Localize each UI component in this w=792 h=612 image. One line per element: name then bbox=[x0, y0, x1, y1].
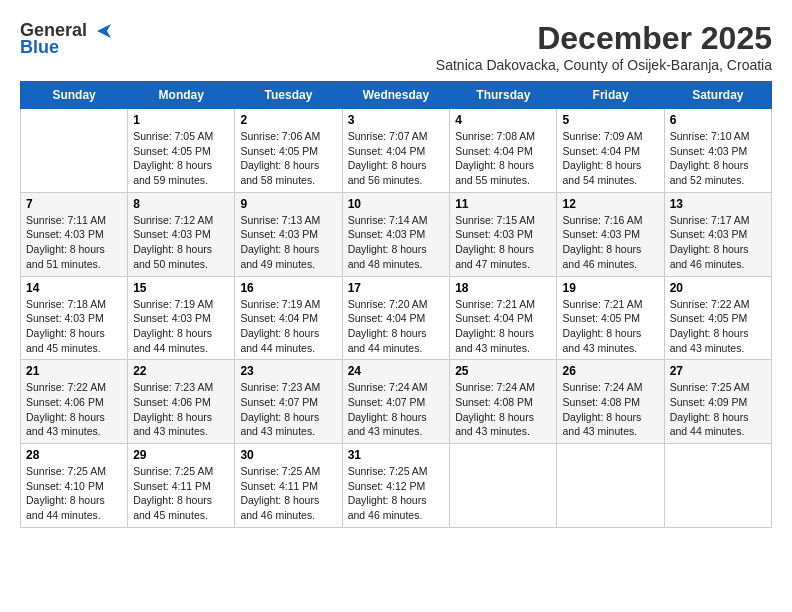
table-row: 16Sunrise: 7:19 AM Sunset: 4:04 PM Dayli… bbox=[235, 276, 342, 360]
table-row: 24Sunrise: 7:24 AM Sunset: 4:07 PM Dayli… bbox=[342, 360, 450, 444]
table-row: 28Sunrise: 7:25 AM Sunset: 4:10 PM Dayli… bbox=[21, 444, 128, 528]
day-number: 5 bbox=[562, 113, 658, 127]
table-row: 20Sunrise: 7:22 AM Sunset: 4:05 PM Dayli… bbox=[664, 276, 771, 360]
day-info: Sunrise: 7:23 AM Sunset: 4:07 PM Dayligh… bbox=[240, 380, 336, 439]
table-row: 26Sunrise: 7:24 AM Sunset: 4:08 PM Dayli… bbox=[557, 360, 664, 444]
day-info: Sunrise: 7:22 AM Sunset: 4:06 PM Dayligh… bbox=[26, 380, 122, 439]
table-row: 14Sunrise: 7:18 AM Sunset: 4:03 PM Dayli… bbox=[21, 276, 128, 360]
col-tuesday: Tuesday bbox=[235, 82, 342, 109]
subtitle: Satnica Dakovacka, County of Osijek-Bara… bbox=[436, 57, 772, 73]
table-row bbox=[557, 444, 664, 528]
day-number: 30 bbox=[240, 448, 336, 462]
day-number: 14 bbox=[26, 281, 122, 295]
day-number: 29 bbox=[133, 448, 229, 462]
calendar-week-row: 28Sunrise: 7:25 AM Sunset: 4:10 PM Dayli… bbox=[21, 444, 772, 528]
day-info: Sunrise: 7:07 AM Sunset: 4:04 PM Dayligh… bbox=[348, 129, 445, 188]
table-row: 7Sunrise: 7:11 AM Sunset: 4:03 PM Daylig… bbox=[21, 192, 128, 276]
day-number: 27 bbox=[670, 364, 766, 378]
day-info: Sunrise: 7:21 AM Sunset: 4:04 PM Dayligh… bbox=[455, 297, 551, 356]
day-info: Sunrise: 7:24 AM Sunset: 4:07 PM Dayligh… bbox=[348, 380, 445, 439]
table-row: 18Sunrise: 7:21 AM Sunset: 4:04 PM Dayli… bbox=[450, 276, 557, 360]
table-row: 17Sunrise: 7:20 AM Sunset: 4:04 PM Dayli… bbox=[342, 276, 450, 360]
day-number: 18 bbox=[455, 281, 551, 295]
table-row: 3Sunrise: 7:07 AM Sunset: 4:04 PM Daylig… bbox=[342, 109, 450, 193]
day-info: Sunrise: 7:24 AM Sunset: 4:08 PM Dayligh… bbox=[455, 380, 551, 439]
day-number: 2 bbox=[240, 113, 336, 127]
table-row bbox=[21, 109, 128, 193]
day-number: 23 bbox=[240, 364, 336, 378]
day-info: Sunrise: 7:19 AM Sunset: 4:03 PM Dayligh… bbox=[133, 297, 229, 356]
col-wednesday: Wednesday bbox=[342, 82, 450, 109]
day-number: 26 bbox=[562, 364, 658, 378]
table-row: 1Sunrise: 7:05 AM Sunset: 4:05 PM Daylig… bbox=[128, 109, 235, 193]
day-number: 20 bbox=[670, 281, 766, 295]
day-number: 24 bbox=[348, 364, 445, 378]
day-number: 3 bbox=[348, 113, 445, 127]
day-info: Sunrise: 7:08 AM Sunset: 4:04 PM Dayligh… bbox=[455, 129, 551, 188]
table-row: 11Sunrise: 7:15 AM Sunset: 4:03 PM Dayli… bbox=[450, 192, 557, 276]
day-info: Sunrise: 7:24 AM Sunset: 4:08 PM Dayligh… bbox=[562, 380, 658, 439]
day-info: Sunrise: 7:09 AM Sunset: 4:04 PM Dayligh… bbox=[562, 129, 658, 188]
day-info: Sunrise: 7:17 AM Sunset: 4:03 PM Dayligh… bbox=[670, 213, 766, 272]
table-row: 27Sunrise: 7:25 AM Sunset: 4:09 PM Dayli… bbox=[664, 360, 771, 444]
day-info: Sunrise: 7:15 AM Sunset: 4:03 PM Dayligh… bbox=[455, 213, 551, 272]
svg-marker-0 bbox=[97, 24, 111, 38]
day-info: Sunrise: 7:13 AM Sunset: 4:03 PM Dayligh… bbox=[240, 213, 336, 272]
table-row bbox=[664, 444, 771, 528]
day-info: Sunrise: 7:16 AM Sunset: 4:03 PM Dayligh… bbox=[562, 213, 658, 272]
day-number: 31 bbox=[348, 448, 445, 462]
table-row: 21Sunrise: 7:22 AM Sunset: 4:06 PM Dayli… bbox=[21, 360, 128, 444]
table-row: 22Sunrise: 7:23 AM Sunset: 4:06 PM Dayli… bbox=[128, 360, 235, 444]
day-info: Sunrise: 7:14 AM Sunset: 4:03 PM Dayligh… bbox=[348, 213, 445, 272]
day-info: Sunrise: 7:11 AM Sunset: 4:03 PM Dayligh… bbox=[26, 213, 122, 272]
table-row: 29Sunrise: 7:25 AM Sunset: 4:11 PM Dayli… bbox=[128, 444, 235, 528]
table-row: 23Sunrise: 7:23 AM Sunset: 4:07 PM Dayli… bbox=[235, 360, 342, 444]
col-monday: Monday bbox=[128, 82, 235, 109]
day-number: 17 bbox=[348, 281, 445, 295]
day-number: 19 bbox=[562, 281, 658, 295]
table-row: 4Sunrise: 7:08 AM Sunset: 4:04 PM Daylig… bbox=[450, 109, 557, 193]
day-number: 10 bbox=[348, 197, 445, 211]
table-row bbox=[450, 444, 557, 528]
day-info: Sunrise: 7:06 AM Sunset: 4:05 PM Dayligh… bbox=[240, 129, 336, 188]
day-number: 12 bbox=[562, 197, 658, 211]
table-row: 8Sunrise: 7:12 AM Sunset: 4:03 PM Daylig… bbox=[128, 192, 235, 276]
day-number: 4 bbox=[455, 113, 551, 127]
table-row: 13Sunrise: 7:17 AM Sunset: 4:03 PM Dayli… bbox=[664, 192, 771, 276]
table-row: 19Sunrise: 7:21 AM Sunset: 4:05 PM Dayli… bbox=[557, 276, 664, 360]
day-number: 15 bbox=[133, 281, 229, 295]
col-sunday: Sunday bbox=[21, 82, 128, 109]
calendar-table: Sunday Monday Tuesday Wednesday Thursday… bbox=[20, 81, 772, 528]
day-info: Sunrise: 7:10 AM Sunset: 4:03 PM Dayligh… bbox=[670, 129, 766, 188]
table-row: 25Sunrise: 7:24 AM Sunset: 4:08 PM Dayli… bbox=[450, 360, 557, 444]
table-row: 5Sunrise: 7:09 AM Sunset: 4:04 PM Daylig… bbox=[557, 109, 664, 193]
calendar-week-row: 14Sunrise: 7:18 AM Sunset: 4:03 PM Dayli… bbox=[21, 276, 772, 360]
day-number: 8 bbox=[133, 197, 229, 211]
day-number: 9 bbox=[240, 197, 336, 211]
table-row: 2Sunrise: 7:06 AM Sunset: 4:05 PM Daylig… bbox=[235, 109, 342, 193]
day-info: Sunrise: 7:20 AM Sunset: 4:04 PM Dayligh… bbox=[348, 297, 445, 356]
day-info: Sunrise: 7:21 AM Sunset: 4:05 PM Dayligh… bbox=[562, 297, 658, 356]
logo-bird-icon bbox=[89, 22, 111, 40]
day-number: 13 bbox=[670, 197, 766, 211]
day-info: Sunrise: 7:25 AM Sunset: 4:11 PM Dayligh… bbox=[240, 464, 336, 523]
day-number: 7 bbox=[26, 197, 122, 211]
page-header: General Blue December 2025 Satnica Dakov… bbox=[20, 20, 772, 73]
col-saturday: Saturday bbox=[664, 82, 771, 109]
day-number: 28 bbox=[26, 448, 122, 462]
col-friday: Friday bbox=[557, 82, 664, 109]
calendar-week-row: 7Sunrise: 7:11 AM Sunset: 4:03 PM Daylig… bbox=[21, 192, 772, 276]
logo-blue: Blue bbox=[20, 37, 59, 58]
table-row: 9Sunrise: 7:13 AM Sunset: 4:03 PM Daylig… bbox=[235, 192, 342, 276]
calendar-header-row: Sunday Monday Tuesday Wednesday Thursday… bbox=[21, 82, 772, 109]
day-info: Sunrise: 7:12 AM Sunset: 4:03 PM Dayligh… bbox=[133, 213, 229, 272]
day-info: Sunrise: 7:23 AM Sunset: 4:06 PM Dayligh… bbox=[133, 380, 229, 439]
day-number: 25 bbox=[455, 364, 551, 378]
table-row: 31Sunrise: 7:25 AM Sunset: 4:12 PM Dayli… bbox=[342, 444, 450, 528]
calendar-week-row: 1Sunrise: 7:05 AM Sunset: 4:05 PM Daylig… bbox=[21, 109, 772, 193]
table-row: 10Sunrise: 7:14 AM Sunset: 4:03 PM Dayli… bbox=[342, 192, 450, 276]
day-number: 22 bbox=[133, 364, 229, 378]
day-info: Sunrise: 7:25 AM Sunset: 4:12 PM Dayligh… bbox=[348, 464, 445, 523]
day-number: 21 bbox=[26, 364, 122, 378]
col-thursday: Thursday bbox=[450, 82, 557, 109]
